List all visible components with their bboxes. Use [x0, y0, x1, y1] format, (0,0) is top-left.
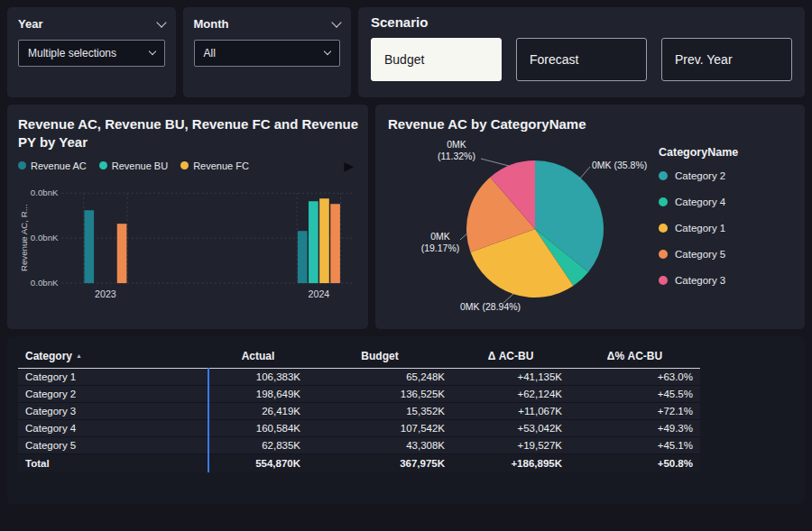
row-category-cell: Category 2: [18, 386, 208, 403]
legend-item-revenue-ac[interactable]: Revenue AC: [18, 160, 87, 171]
bar-revenue-fc-2024[interactable]: [319, 198, 329, 283]
pie-legend-item-category-1[interactable]: Category 1: [659, 223, 792, 233]
pie-callout-label-category-3: (11.32%): [438, 151, 475, 161]
pie-callout-label-category-2: 0MK (35.8%): [592, 160, 647, 170]
legend-item-revenue-bu[interactable]: Revenue BU: [99, 160, 168, 171]
table-row-category-2[interactable]: Category 2198,649K136,525K+62,124K+45.5%: [18, 386, 700, 403]
y-tick-label: 0.0bnK: [31, 233, 59, 243]
column-header-label: Δ AC-BU: [488, 350, 534, 362]
sort-ascending-icon: ▲: [76, 352, 82, 359]
month-filter-panel: Month All: [183, 7, 352, 97]
year-dropdown-value: Multiple selections: [28, 47, 116, 60]
pie-legend-label: Category 2: [675, 170, 725, 181]
column-header-ac-bu[interactable]: Δ% AC-BU: [569, 345, 700, 369]
bar-revenue-ac-2023[interactable]: [84, 210, 94, 283]
chevron-down-icon[interactable]: [156, 17, 166, 27]
column-header-budget[interactable]: Budget: [308, 345, 452, 369]
revenue-pie-chart-panel: Revenue AC by CategoryName 0MK (35.8%)0M…: [375, 105, 805, 329]
bar-revenue-bu-2024[interactable]: [309, 201, 318, 283]
legend-color-dot-icon: [180, 161, 189, 169]
column-header-category[interactable]: Category▲: [18, 345, 208, 369]
scenario-button-budget[interactable]: Budget: [371, 38, 502, 81]
bar-revenue-py-2023[interactable]: [117, 224, 127, 283]
total-value-cell: 367,975K: [308, 454, 452, 473]
legend-color-dot-icon: [18, 161, 26, 169]
total-value-cell: 554,870K: [208, 454, 308, 473]
y-tick-label: 0.0bnK: [31, 277, 59, 287]
year-filter-header[interactable]: Year: [18, 17, 165, 31]
pie-legend-label: Category 3: [675, 275, 725, 286]
legend-item-revenue-fc[interactable]: Revenue FC: [180, 160, 249, 171]
year-dropdown[interactable]: Multiple selections: [18, 40, 165, 67]
row-value-cell: +45.1%: [569, 437, 700, 454]
row-value-cell: +49.3%: [569, 420, 700, 437]
row-value-cell: 198,649K: [208, 386, 308, 403]
scenario-button-forecast[interactable]: Forecast: [516, 38, 647, 81]
legend-color-dot-icon: [659, 250, 668, 259]
bar-revenue-ac-2024[interactable]: [298, 231, 308, 283]
column-header-label: Budget: [361, 350, 398, 362]
row-category-cell: Category 5: [18, 437, 208, 454]
filter-row: Year Multiple selections Month All Scena…: [7, 7, 805, 97]
revenue-bar-chart-panel: Revenue AC, Revenue BU, Revenue FC and R…: [7, 105, 368, 329]
pie-callout-label-category-1: 0MK (28.94%): [460, 301, 521, 312]
column-header-label: Δ% AC-BU: [607, 350, 662, 362]
total-label-cell: Total: [18, 454, 208, 473]
row-value-cell: +62,124K: [452, 386, 569, 403]
row-value-cell: +11,067K: [452, 403, 569, 420]
row-value-cell: 62,835K: [208, 437, 308, 454]
total-value-cell: +50.8%: [569, 454, 700, 473]
scenario-buttons: Budget Forecast Prev. Year: [371, 38, 792, 81]
pie-legend: CategoryName Category 2Category 4Categor…: [659, 135, 792, 323]
row-value-cell: 15,352K: [308, 403, 452, 420]
scenario-button-prev-year[interactable]: Prev. Year: [661, 38, 792, 81]
table-row-category-1[interactable]: Category 1106,383K65,248K+41,135K+63.0%: [18, 369, 700, 386]
row-value-cell: +45.5%: [569, 386, 700, 403]
month-filter-header[interactable]: Month: [194, 17, 341, 31]
row-value-cell: 160,584K: [208, 420, 308, 437]
legend-color-dot-icon: [659, 224, 668, 233]
pie-callout-label-category-5: 0MK: [430, 231, 450, 242]
pie-legend-title: CategoryName: [659, 146, 792, 159]
row-value-cell: +19,527K: [452, 437, 569, 454]
column-header-ac-bu[interactable]: Δ AC-BU: [452, 345, 569, 369]
table-row-category-5[interactable]: Category 562,835K43,308K+19,527K+45.1%: [18, 437, 700, 454]
bar-revenue-py-2024[interactable]: [330, 204, 340, 283]
scenario-panel: Scenario Budget Forecast Prev. Year: [358, 7, 805, 97]
legend-label: Revenue AC: [31, 160, 87, 171]
charts-row: Revenue AC, Revenue BU, Revenue FC and R…: [7, 105, 805, 329]
pie-callout-label-category-5: (19.17%): [421, 243, 460, 253]
pie-chart-title: Revenue AC by CategoryName: [388, 115, 792, 133]
callout-leader-line: [481, 159, 509, 166]
pie-legend-item-category-4[interactable]: Category 4: [659, 197, 792, 207]
row-value-cell: +41,135K: [452, 369, 569, 386]
table-row-category-3[interactable]: Category 326,419K15,352K+11,067K+72.1%: [18, 403, 700, 420]
pie-chart: 0MK (35.8%)0MK(11.32%)0MK(19.17%)0MK (28…: [388, 135, 659, 323]
y-tick-label: 0.0bnK: [31, 188, 59, 197]
pie-callout-label-category-3: 0MK: [447, 139, 466, 150]
callout-leader-line: [579, 167, 590, 179]
legend-scroll-right-icon[interactable]: ▶: [344, 160, 354, 172]
month-dropdown-value: All: [204, 47, 216, 60]
scenario-title: Scenario: [371, 14, 792, 30]
x-tick-label: 2024: [309, 288, 330, 298]
chevron-down-icon: [148, 48, 155, 55]
row-value-cell: 136,525K: [308, 386, 452, 403]
legend-color-dot-icon: [659, 276, 668, 285]
month-filter-label: Month: [194, 17, 229, 31]
pie-legend-item-category-5[interactable]: Category 5: [659, 249, 792, 260]
total-value-cell: +186,895K: [452, 454, 569, 473]
legend-color-dot-icon: [99, 161, 107, 169]
table-header-row: Category▲ActualBudgetΔ AC-BUΔ% AC-BU: [18, 345, 700, 369]
x-tick-label: 2023: [95, 288, 116, 298]
month-dropdown[interactable]: All: [194, 40, 341, 67]
chevron-down-icon[interactable]: [331, 17, 341, 27]
pie-legend-item-category-3[interactable]: Category 3: [659, 275, 792, 286]
bar-chart-title: Revenue AC, Revenue BU, Revenue FC and R…: [18, 115, 359, 152]
table-row-category-4[interactable]: Category 4160,584K107,542K+53,042K+49.3%: [18, 420, 700, 437]
row-value-cell: 106,383K: [208, 369, 308, 386]
column-header-actual[interactable]: Actual: [208, 345, 308, 369]
pie-legend-item-category-2[interactable]: Category 2: [659, 170, 792, 181]
pie-legend-label: Category 4: [675, 197, 725, 207]
y-axis-title: Revenue AC, R...: [19, 204, 29, 271]
